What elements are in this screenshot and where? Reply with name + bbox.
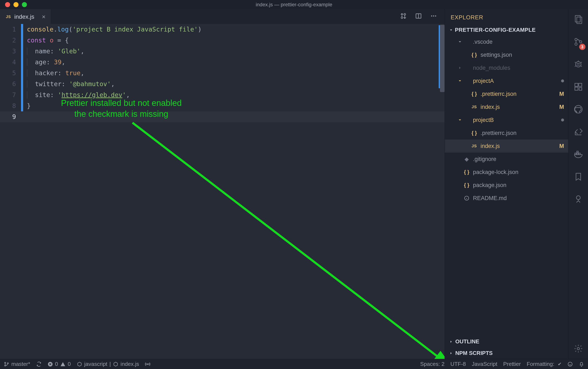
tree-file[interactable]: { }package-lock.json <box>445 166 568 179</box>
gutter-change-marker <box>21 101 23 111</box>
language-mode-status[interactable]: JavaScript <box>472 361 497 367</box>
encoding-status[interactable]: UTF-8 <box>451 361 466 367</box>
npm-scripts-label: NPM SCRIPTS <box>455 350 493 356</box>
tabstrip: JS index.js × <box>0 9 445 24</box>
tree-item-label: .prettierrc.json <box>481 91 516 97</box>
prettier-status[interactable]: Prettier <box>503 361 521 367</box>
notifications-icon[interactable] <box>579 361 584 367</box>
code-line[interactable]: 1console.log('project B index JavaScript… <box>0 24 445 35</box>
scroll-thumb[interactable] <box>440 25 445 92</box>
svg-point-30 <box>147 364 148 364</box>
extensions-activity-icon[interactable] <box>574 82 583 93</box>
code-line[interactable]: 5 hacker: true, <box>0 68 445 79</box>
minimap-scrollbar[interactable] <box>439 24 445 359</box>
explorer-panel: EXPLORER PRETTIER-CONFIG-EXAMPLE .vscode… <box>445 9 568 359</box>
tree-item-label: projectA <box>473 78 494 84</box>
npm-scripts-section-header[interactable]: NPM SCRIPTS <box>445 347 568 359</box>
svg-point-13 <box>579 41 582 43</box>
json-file-icon: { } <box>463 169 471 175</box>
line-number: 4 <box>0 57 21 68</box>
gutter-change-marker <box>21 111 23 122</box>
tree-folder[interactable]: projectB <box>445 113 568 126</box>
tree-file[interactable]: { }settings.json <box>445 48 568 61</box>
gitlens-activity-icon[interactable] <box>574 195 583 205</box>
svg-rect-18 <box>579 88 582 90</box>
tree-file[interactable]: { }.prettierrc.jsonM <box>445 87 568 101</box>
line-number: 2 <box>0 35 21 46</box>
settings-gear-icon[interactable] <box>574 344 583 355</box>
tree-item-label: node_modules <box>473 65 510 71</box>
close-tab-button[interactable]: × <box>42 13 46 20</box>
tree-file[interactable]: ◆.gitignore <box>445 153 568 166</box>
bookmark-activity-icon[interactable] <box>574 172 583 183</box>
outline-section-header[interactable]: OUTLINE <box>445 336 568 347</box>
maximize-window-button[interactable] <box>22 2 27 7</box>
chevron-down-icon <box>457 40 463 44</box>
docker-activity-icon[interactable] <box>574 150 583 160</box>
tree-item-label: settings.json <box>481 52 512 58</box>
json-file-icon: { } <box>471 91 478 97</box>
tree-folder[interactable]: projectA <box>445 74 568 87</box>
minimize-window-button[interactable] <box>13 2 19 7</box>
split-editor-icon[interactable] <box>415 13 422 21</box>
share-activity-icon[interactable] <box>574 127 583 138</box>
tree-folder[interactable]: .vscode <box>445 35 568 48</box>
svg-point-4 <box>435 15 436 16</box>
tree-item-label: package-lock.json <box>473 169 518 175</box>
file-tree[interactable]: .vscode{ }settings.jsonnode_modulesproje… <box>445 35 568 336</box>
traffic-lights <box>0 2 27 7</box>
close-window-button[interactable] <box>5 2 10 7</box>
tree-item-label: projectB <box>473 117 494 123</box>
chevron-down-icon <box>449 28 453 32</box>
more-actions-icon[interactable] <box>430 13 437 21</box>
git-status-badge: M <box>559 91 564 97</box>
code-line[interactable]: 7 site: 'https://gleb.dev', <box>0 90 445 101</box>
indentation-status[interactable]: Spaces: 2 <box>420 361 445 367</box>
code-editor[interactable]: 1console.log('project B index JavaScript… <box>0 24 445 359</box>
github-activity-icon[interactable] <box>574 105 583 115</box>
tree-item-label: index.js <box>481 104 500 110</box>
formatting-status[interactable]: Formatting: <box>527 361 562 367</box>
code-line[interactable]: 6 twitter: '@bahmutov', <box>0 79 445 90</box>
tree-file[interactable]: { }.prettierrc.json <box>445 126 568 140</box>
tree-file[interactable]: README.md <box>445 192 568 205</box>
git-branch-status[interactable]: master* <box>4 361 30 367</box>
feedback-icon[interactable] <box>567 361 573 367</box>
error-icon <box>48 361 53 367</box>
tree-file[interactable]: JSindex.jsM <box>445 140 568 153</box>
compare-changes-icon[interactable] <box>400 13 407 21</box>
source-control-activity-icon[interactable]: 3 <box>574 37 583 48</box>
problems-status[interactable]: 0 0 <box>48 361 71 367</box>
broadcast-icon <box>145 361 150 367</box>
chevron-down-icon <box>457 79 463 83</box>
js-file-icon: JS <box>471 105 478 109</box>
tree-item-label: README.md <box>473 195 507 202</box>
warning-icon <box>60 361 66 367</box>
chevron-right-icon <box>449 339 453 344</box>
code-line[interactable]: 9 <box>0 111 445 122</box>
files-activity-icon[interactable] <box>574 15 583 25</box>
tree-folder[interactable]: node_modules <box>445 61 568 74</box>
eslint-file: index.js <box>120 361 139 367</box>
sync-status[interactable] <box>36 361 42 367</box>
eslint-status[interactable]: javascript | index.js <box>77 361 139 367</box>
gutter-change-marker <box>21 35 23 46</box>
tree-item-label: .vscode <box>473 39 493 45</box>
svg-point-3 <box>433 15 434 16</box>
chevron-right-icon <box>449 351 453 355</box>
code-line[interactable]: 3 name: 'Gleb', <box>0 46 445 57</box>
branch-name: master* <box>11 361 30 367</box>
json-file-icon: { } <box>471 130 478 136</box>
code-line[interactable]: 2const o = { <box>0 35 445 46</box>
code-line[interactable]: 4 age: 39, <box>0 57 445 68</box>
code-line[interactable]: 8} <box>0 101 445 111</box>
svg-point-11 <box>575 39 577 41</box>
code-content: name: 'Gleb', <box>23 46 84 57</box>
code-content: console.log('project B index JavaScript … <box>23 24 202 35</box>
explorer-root-header[interactable]: PRETTIER-CONFIG-EXAMPLE <box>445 25 568 35</box>
live-share-status[interactable] <box>145 361 150 367</box>
tree-file[interactable]: { }package.json <box>445 179 568 192</box>
debug-activity-icon[interactable] <box>574 60 583 70</box>
tree-file[interactable]: JSindex.jsM <box>445 101 568 113</box>
tab-index-js[interactable]: JS index.js × <box>0 9 51 24</box>
